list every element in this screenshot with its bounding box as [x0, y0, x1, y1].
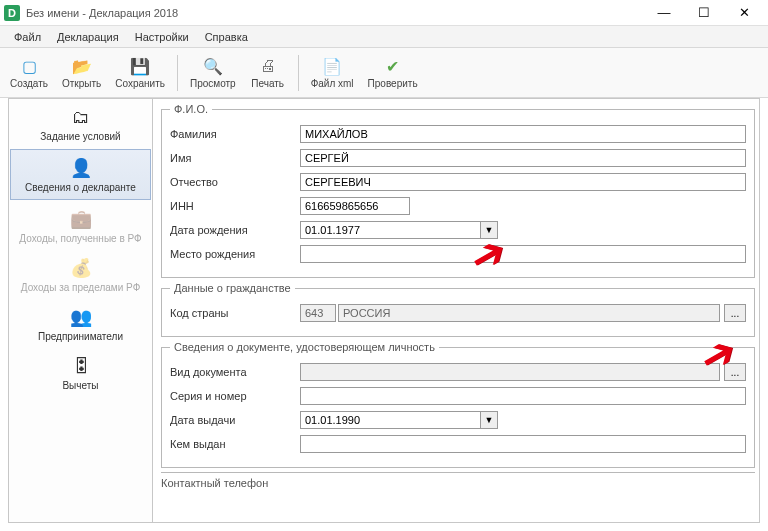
- pob-label: Место рождения: [170, 248, 300, 260]
- sidebar-label-deductions: Вычеты: [62, 380, 98, 391]
- menu-file[interactable]: Файл: [6, 29, 49, 45]
- dob-label: Дата рождения: [170, 224, 300, 236]
- contact-section: Контактный телефон: [161, 472, 755, 489]
- content-area: Ф.И.О. Фамилия Имя Отчество ИНН Дата рож…: [153, 99, 759, 522]
- maximize-button[interactable]: ☐: [684, 2, 724, 24]
- preview-label: Просмотр: [190, 78, 236, 89]
- toolbar-separator: [177, 55, 178, 91]
- sidebar-item-entrepreneurs[interactable]: 👥 Предприниматели: [9, 299, 152, 348]
- sidebar-item-deductions[interactable]: 🎛 Вычеты: [9, 348, 152, 397]
- surname-input[interactable]: [300, 125, 746, 143]
- minimize-button[interactable]: —: [644, 2, 684, 24]
- window-controls: — ☐ ✕: [644, 2, 764, 24]
- sidebar-label-entrepreneurs: Предприниматели: [38, 331, 123, 342]
- patronymic-label: Отчество: [170, 176, 300, 188]
- country-name-input: [338, 304, 720, 322]
- sidebar-item-income-rf[interactable]: 💼 Доходы, полученные в РФ: [9, 201, 152, 250]
- print-button[interactable]: 🖨 Печать: [244, 54, 292, 91]
- file-xml-label: Файл xml: [311, 78, 354, 89]
- issue-date-input[interactable]: [300, 411, 480, 429]
- app-icon: D: [4, 5, 20, 21]
- window-title: Без имени - Декларация 2018: [26, 7, 644, 19]
- print-label: Печать: [251, 78, 284, 89]
- declarant-icon: 👤: [67, 156, 95, 180]
- doc-type-browse-button[interactable]: ...: [724, 363, 746, 381]
- menu-declaration[interactable]: Декларация: [49, 29, 127, 45]
- pob-input[interactable]: [300, 245, 746, 263]
- series-label: Серия и номер: [170, 390, 300, 402]
- save-label: Сохранить: [115, 78, 165, 89]
- open-label: Открыть: [62, 78, 101, 89]
- dob-input[interactable]: [300, 221, 480, 239]
- sidebar-item-declarant[interactable]: 👤 Сведения о декларанте: [10, 149, 151, 200]
- entrepreneurs-icon: 👥: [67, 305, 95, 329]
- toolbar-separator: [298, 55, 299, 91]
- toolbar: ▢ Создать 📂 Открыть 💾 Сохранить 🔍 Просмо…: [0, 48, 768, 98]
- sidebar-label-conditions: Задание условий: [40, 131, 120, 142]
- file-xml-button[interactable]: 📄 Файл xml: [305, 54, 360, 91]
- check-button[interactable]: ✔ Проверить: [362, 54, 424, 91]
- series-input[interactable]: [300, 387, 746, 405]
- inn-input[interactable]: [300, 197, 410, 215]
- surname-label: Фамилия: [170, 128, 300, 140]
- main-area: 🗂 Задание условий 👤 Сведения о декларант…: [8, 98, 760, 523]
- menu-help[interactable]: Справка: [197, 29, 256, 45]
- titlebar: D Без имени - Декларация 2018 — ☐ ✕: [0, 0, 768, 26]
- identity-legend: Сведения о документе, удостоверяющем лич…: [170, 341, 439, 353]
- dob-dropdown-button[interactable]: ▼: [480, 221, 498, 239]
- name-input[interactable]: [300, 149, 746, 167]
- citizenship-section: Данные о гражданстве Код страны ...: [161, 282, 755, 337]
- country-browse-button[interactable]: ...: [724, 304, 746, 322]
- income-foreign-icon: 💰: [67, 256, 95, 280]
- check-icon: ✔: [382, 56, 404, 76]
- fio-section: Ф.И.О. Фамилия Имя Отчество ИНН Дата рож…: [161, 103, 755, 278]
- doc-type-input: [300, 363, 720, 381]
- issued-by-input[interactable]: [300, 435, 746, 453]
- xml-icon: 📄: [321, 56, 343, 76]
- country-code-label: Код страны: [170, 307, 300, 319]
- print-icon: 🖨: [257, 56, 279, 76]
- issue-date-dropdown-button[interactable]: ▼: [480, 411, 498, 429]
- sidebar-label-income-rf: Доходы, полученные в РФ: [19, 233, 141, 244]
- preview-button[interactable]: 🔍 Просмотр: [184, 54, 242, 91]
- sidebar-label-declarant: Сведения о декларанте: [25, 182, 136, 193]
- income-rf-icon: 💼: [67, 207, 95, 231]
- new-doc-icon: ▢: [18, 56, 40, 76]
- save-icon: 💾: [129, 56, 151, 76]
- menu-settings[interactable]: Настройки: [127, 29, 197, 45]
- name-label: Имя: [170, 152, 300, 164]
- open-folder-icon: 📂: [71, 56, 93, 76]
- sidebar-item-income-foreign[interactable]: 💰 Доходы за пределами РФ: [9, 250, 152, 299]
- fio-legend: Ф.И.О.: [170, 103, 212, 115]
- sidebar-item-conditions[interactable]: 🗂 Задание условий: [9, 99, 152, 148]
- issue-date-picker[interactable]: ▼: [300, 411, 498, 429]
- sidebar: 🗂 Задание условий 👤 Сведения о декларант…: [9, 99, 153, 522]
- country-code-input: [300, 304, 336, 322]
- issue-date-label: Дата выдачи: [170, 414, 300, 426]
- save-button[interactable]: 💾 Сохранить: [109, 54, 171, 91]
- issued-by-label: Кем выдан: [170, 438, 300, 450]
- open-button[interactable]: 📂 Открыть: [56, 54, 107, 91]
- citizenship-legend: Данные о гражданстве: [170, 282, 295, 294]
- create-button[interactable]: ▢ Создать: [4, 54, 54, 91]
- menubar: Файл Декларация Настройки Справка: [0, 26, 768, 48]
- conditions-icon: 🗂: [67, 105, 95, 129]
- patronymic-input[interactable]: [300, 173, 746, 191]
- create-label: Создать: [10, 78, 48, 89]
- check-label: Проверить: [368, 78, 418, 89]
- dob-date-picker[interactable]: ▼: [300, 221, 498, 239]
- close-button[interactable]: ✕: [724, 2, 764, 24]
- preview-icon: 🔍: [202, 56, 224, 76]
- deductions-icon: 🎛: [67, 354, 95, 378]
- doc-type-label: Вид документа: [170, 366, 300, 378]
- identity-section: Сведения о документе, удостоверяющем лич…: [161, 341, 755, 468]
- inn-label: ИНН: [170, 200, 300, 212]
- sidebar-label-income-foreign: Доходы за пределами РФ: [21, 282, 140, 293]
- contact-phone-label: Контактный телефон: [161, 477, 268, 489]
